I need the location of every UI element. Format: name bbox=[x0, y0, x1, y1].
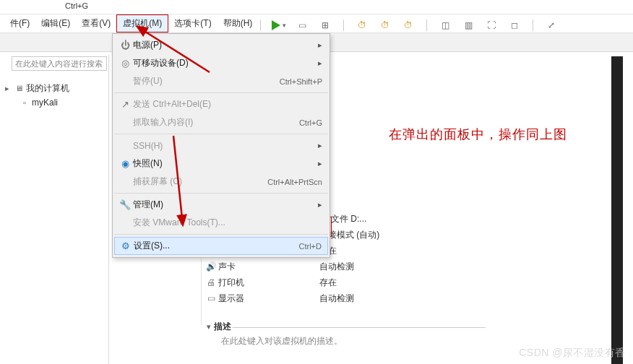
submenu-arrow-icon: ▸ bbox=[311, 141, 322, 150]
display-icon: ▭ bbox=[204, 293, 218, 303]
stretch-icon[interactable]: ⤢ bbox=[545, 19, 558, 32]
menu-item-manage[interactable]: 🔧 管理(M) ▸ bbox=[113, 196, 330, 214]
menu-vm[interactable]: 虚拟机(M) bbox=[116, 14, 168, 32]
menu-item-grab: 抓取输入内容(I) Ctrl+G bbox=[113, 113, 330, 131]
folder-icon: ▸ bbox=[3, 84, 12, 93]
submenu-arrow-icon: ▸ bbox=[311, 40, 322, 50]
snapshot-icon: ◉ bbox=[117, 158, 133, 169]
menu-edit[interactable]: 编辑(E) bbox=[35, 15, 76, 32]
vm-dropdown: ⏻ 电源(P) ▸ ◎ 可移动设备(D) ▸ 暂停(U) Ctrl+Shift+… bbox=[112, 33, 330, 258]
send-icon: ↗ bbox=[117, 99, 133, 110]
power-on-button[interactable]: ▾ bbox=[272, 19, 285, 32]
menu-item-install-tools: 安装 VMware Tools(T)... bbox=[113, 214, 330, 232]
description-header[interactable]: ▾ 描述 bbox=[207, 321, 231, 333]
tree-root[interactable]: ▸ 🖥 我的计算机 bbox=[3, 81, 69, 95]
computer-icon: 🖥 bbox=[14, 84, 23, 92]
menu-item-removable[interactable]: ◎ 可移动设备(D) ▸ bbox=[113, 54, 330, 72]
menu-item-settings[interactable]: ⚙ 设置(S)... Ctrl+D bbox=[114, 237, 328, 255]
hardware-row[interactable]: ▭显示器自动检测 bbox=[204, 290, 379, 306]
suspend-icon[interactable]: ▭ bbox=[296, 19, 309, 32]
library-tree: ▸ 🖥 我的计算机 ▫ myKali bbox=[3, 81, 69, 110]
view-multi-icon[interactable]: ▥ bbox=[462, 19, 475, 32]
menu-item-capture: 捕获屏幕 (C) Ctrl+Alt+PrtScn bbox=[113, 173, 330, 191]
reset-icon[interactable]: ⊞ bbox=[319, 19, 332, 32]
snapshot-revert-icon[interactable]: ⏱ bbox=[379, 19, 392, 32]
tree-item-mykali[interactable]: ▫ myKali bbox=[3, 95, 69, 110]
description-placeholder[interactable]: 在此处键入对该虚拟机的描述。 bbox=[221, 335, 343, 347]
chevron-down-icon: ▾ bbox=[207, 322, 211, 332]
preview-pane bbox=[611, 56, 623, 364]
hardware-row[interactable]: 🔊声卡自动检测 bbox=[204, 259, 379, 274]
tree-root-label: 我的计算机 bbox=[26, 82, 69, 95]
snapshot-take-icon[interactable]: ⏱ bbox=[356, 19, 369, 32]
sound-icon: 🔊 bbox=[204, 261, 218, 272]
menu-view[interactable]: 查看(V) bbox=[76, 15, 116, 32]
menu-help[interactable]: 帮助(H) bbox=[218, 15, 259, 32]
annotation-text: 在弹出的面板中，操作同上图 bbox=[389, 126, 567, 143]
menu-item-snapshot[interactable]: ◉ 快照(N) ▸ bbox=[113, 155, 330, 173]
menu-tabs[interactable]: 选项卡(T) bbox=[168, 15, 217, 32]
menu-item-pause: 暂停(U) Ctrl+Shift+P bbox=[113, 72, 330, 90]
app-root: Ctrl+G 件(F) 编辑(E) 查看(V) 虚拟机(M) 选项卡(T) 帮助… bbox=[0, 0, 633, 364]
submenu-arrow-icon: ▸ bbox=[311, 159, 322, 168]
title-remnant: Ctrl+G bbox=[0, 0, 633, 14]
menu-file[interactable]: 件(F) bbox=[4, 15, 35, 32]
watermark: CSDN @尿不湿没有香 bbox=[519, 347, 626, 360]
wrench-icon: 🔧 bbox=[117, 199, 133, 210]
tree-child-label: myKali bbox=[32, 98, 58, 108]
menu-item-send-cad: ↗ 发送 Ctrl+Alt+Del(E) bbox=[113, 95, 330, 113]
vm-icon: ▫ bbox=[20, 98, 29, 107]
printer-icon: 🖨 bbox=[204, 277, 218, 287]
devices-icon: ◎ bbox=[117, 58, 133, 69]
search-input[interactable]: 在此处键入内容进行搜索 bbox=[12, 56, 107, 71]
submenu-arrow-icon: ▸ bbox=[311, 200, 322, 209]
toolbar: ▾ ▭ ⊞ ⏱ ⏱ ⏱ ◫ ▥ ⛶ ◻ ⤢ bbox=[259, 17, 558, 33]
fullscreen-icon[interactable]: ⛶ bbox=[485, 19, 498, 32]
power-icon: ⏻ bbox=[117, 40, 133, 51]
snapshot-manage-icon[interactable]: ⏱ bbox=[402, 19, 415, 32]
hardware-row[interactable]: 🖨打印机存在 bbox=[204, 274, 379, 290]
view-single-icon[interactable]: ◫ bbox=[439, 19, 452, 32]
menu-item-ssh: SSH(H) ▸ bbox=[113, 136, 330, 155]
unity-icon[interactable]: ◻ bbox=[508, 19, 521, 32]
submenu-arrow-icon: ▸ bbox=[311, 58, 322, 68]
menu-item-power[interactable]: ⏻ 电源(P) ▸ bbox=[113, 36, 330, 54]
settings-icon: ⚙ bbox=[118, 240, 134, 251]
